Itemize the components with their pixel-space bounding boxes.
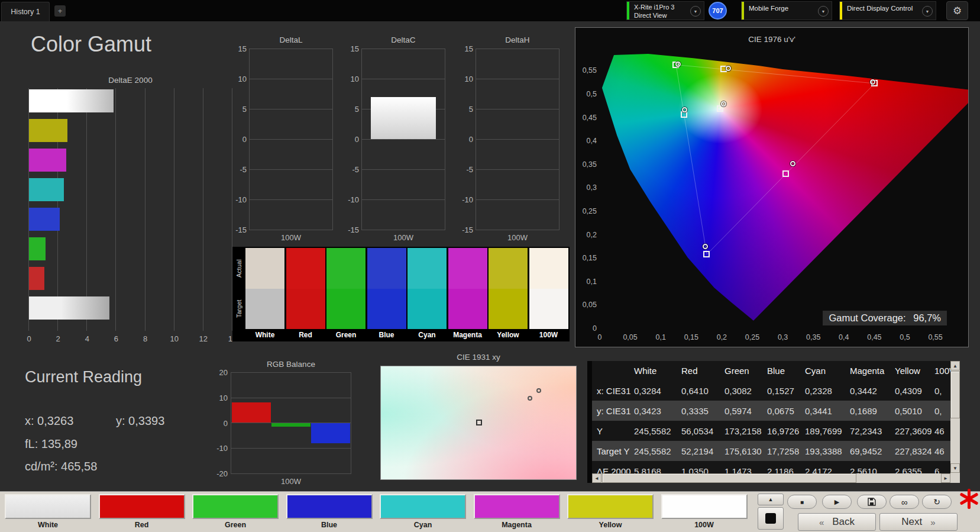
chart-title: DeltaH [476, 36, 559, 44]
column-header: Magenta [847, 361, 892, 381]
meter-dropdown[interactable]: X-Rite i1Pro 3 Direct View ▼ [626, 1, 704, 20]
deltae-bar-red [29, 267, 44, 290]
swatch-red: Red [286, 248, 325, 340]
save-button[interactable] [857, 495, 887, 509]
xy-plot-area [380, 366, 577, 480]
swatch-100w: 100W [529, 248, 568, 340]
x-tick-label: 0,45 [867, 333, 881, 341]
add-tab-button[interactable]: + [54, 5, 66, 17]
scroll-right-button[interactable]: ► [941, 473, 950, 483]
swatch-target [245, 289, 284, 329]
chevron-down-icon[interactable]: ▼ [690, 6, 701, 17]
vertical-scroll-thumb[interactable] [950, 371, 960, 418]
plot-area [249, 49, 333, 230]
x-tick-label: 12 [199, 334, 208, 343]
pattern-button-white[interactable] [5, 494, 91, 519]
x-tick-label: 0,4 [839, 333, 849, 341]
y-tick-label: 0,35 [578, 160, 597, 169]
deltae-bar-100w [29, 296, 109, 320]
y-tick-label: 15 [351, 44, 359, 53]
y-tick-label: 5 [469, 105, 473, 114]
scroll-up-button[interactable]: ▲ [950, 361, 960, 370]
pattern-window-button[interactable] [758, 507, 784, 530]
tab-history-1[interactable]: History 1 [1, 2, 50, 21]
chevron-down-icon[interactable]: ▼ [818, 6, 829, 17]
swatch-target [286, 289, 325, 329]
table-cell: 189,7699 [802, 421, 847, 441]
current-reading-title: Current Reading [25, 368, 142, 386]
y-tick-label: 10 [219, 393, 228, 402]
x-tick-label: 6 [114, 334, 118, 343]
back-button[interactable]: « Back [798, 513, 876, 531]
table-grid: WhiteRedGreenBlueCyanMagentaYellow100Wx:… [592, 361, 950, 473]
source-name: Mobile Forge [749, 5, 788, 12]
y-axis: 20100-10-20 [208, 372, 228, 473]
black-square-icon [765, 513, 776, 524]
y-tick-label: 0,3 [578, 183, 597, 192]
pattern-button-red[interactable] [99, 494, 185, 519]
coverage-value: 96,7% [913, 312, 941, 323]
swatch-label: Cyan [407, 329, 447, 340]
stop-button[interactable]: ■ [787, 495, 817, 509]
arrow-up-icon: ▲ [768, 496, 774, 502]
plus-icon: + [58, 7, 63, 15]
x-tick-label: 0,35 [806, 333, 820, 341]
pattern-button-green[interactable] [192, 494, 279, 519]
save-icon [868, 498, 876, 506]
pattern-button-magenta[interactable] [474, 494, 560, 519]
plot-area [361, 49, 445, 230]
swatch-target [529, 289, 568, 329]
swatch-green: Green [326, 248, 366, 340]
vertical-scrollbar[interactable]: ▲ ▼ [950, 361, 960, 483]
pattern-up-button[interactable]: ▲ [758, 494, 784, 505]
xy-target-marker [476, 420, 482, 425]
x-tick-label: 4 [85, 334, 89, 343]
measured-marker-green [675, 62, 681, 67]
horizontal-scroll-thumb[interactable] [602, 473, 856, 483]
cie-1931-diagram: CIE 1931 xy [380, 353, 577, 481]
column-header: Green [722, 361, 764, 381]
table-cell: 0, [932, 381, 950, 401]
y-tick-label: -5 [352, 165, 359, 174]
table-cell: 2,1186 [764, 461, 802, 473]
swatch-actual [529, 248, 568, 289]
pattern-button-100w[interactable] [661, 494, 748, 519]
y-tick-label: -15 [235, 225, 247, 234]
table-cell: 0,0675 [764, 401, 802, 421]
status-asterisk-icon [958, 488, 980, 510]
scroll-down-button[interactable]: ▼ [950, 463, 960, 473]
table-cell: 46 [932, 441, 950, 461]
y-tick-label: 0 [578, 324, 597, 333]
x-tick-label: 0,15 [684, 333, 698, 341]
gamut-triangle [600, 38, 969, 328]
target-marker-blue [703, 251, 710, 257]
chevron-down-icon[interactable]: ▼ [922, 6, 933, 17]
xy-measured-marker [528, 396, 532, 401]
scroll-left-button[interactable]: ◄ [592, 473, 601, 483]
y-tick-label: 0,2 [578, 231, 597, 239]
play-button[interactable]: ▶ [822, 495, 852, 509]
y-tick-label: 0,25 [578, 207, 597, 215]
x-tick-label: 0 [598, 333, 602, 341]
y-tick-label: -10 [348, 195, 359, 204]
deltae2000-x-axis: 02468101214 [28, 334, 232, 344]
next-button[interactable]: Next » [879, 513, 958, 531]
swatch-target [489, 289, 528, 329]
source-dropdown[interactable]: Mobile Forge ▼ [741, 1, 832, 20]
pattern-button-yellow[interactable] [567, 494, 654, 519]
pattern-button-blue[interactable] [286, 494, 373, 519]
y-tick-label: 0 [355, 135, 359, 144]
refresh-button[interactable]: ↻ [922, 495, 952, 509]
settings-button[interactable]: ⚙ [946, 1, 968, 20]
pattern-button-cyan[interactable] [380, 494, 466, 519]
swatch-label: Magenta [448, 329, 487, 340]
swatch-actual [448, 248, 487, 289]
continuous-read-button[interactable]: ∞ [890, 495, 919, 509]
y-axis: 151050-5-10-15 [454, 49, 473, 230]
workflow-dropdown[interactable]: Direct Display Control ▼ [839, 1, 936, 20]
x-tick-label: 0,3 [778, 333, 788, 341]
horizontal-scrollbar[interactable]: ◄ ► [592, 473, 950, 483]
table-row: Y245,558256,0534173,215816,9726189,76997… [592, 421, 950, 441]
plot-area [231, 372, 351, 474]
swatch-target [326, 289, 366, 329]
